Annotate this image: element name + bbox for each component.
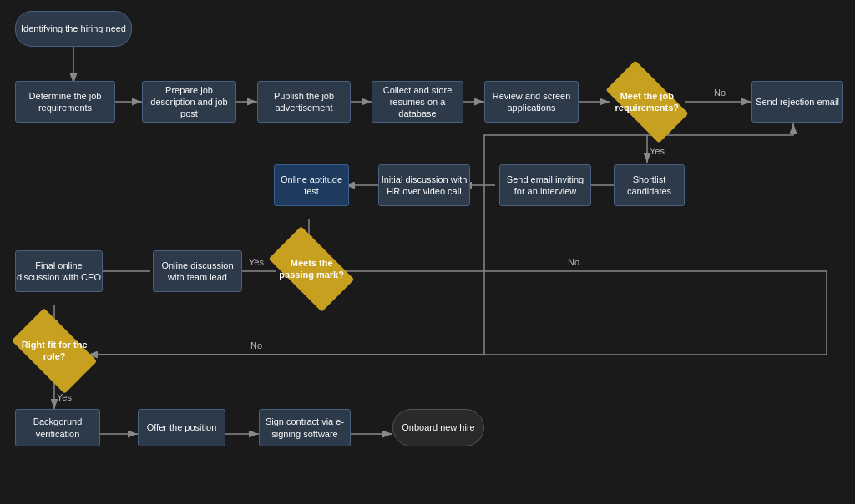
send-rejection-email: Send rejection email bbox=[751, 81, 843, 123]
meet-job-requirements-diamond: Meet the job requirements? bbox=[606, 61, 689, 144]
online-team-lead: Online discussion with team lead bbox=[153, 250, 242, 292]
review-screen-applications: Review and screen applications bbox=[484, 81, 579, 123]
svg-text:No: No bbox=[714, 88, 726, 98]
send-email-interview: Send email inviting for an interview bbox=[499, 164, 591, 206]
svg-text:No: No bbox=[568, 257, 579, 267]
svg-text:Yes: Yes bbox=[57, 392, 72, 402]
online-aptitude-test: Online aptitude test bbox=[274, 164, 349, 206]
svg-text:Yes: Yes bbox=[249, 257, 264, 267]
publish-job-advertisement: Publish the job advertisement bbox=[257, 81, 351, 123]
initial-discussion-hr: Initial discussion with HR over video ca… bbox=[378, 164, 470, 206]
final-ceo-discussion: Final online discussion with CEO bbox=[15, 250, 103, 292]
right-fit-diamond: Right fit for the role? bbox=[12, 308, 98, 394]
identifying-hiring-need: Identifying the hiring need bbox=[15, 11, 132, 47]
sign-contract: Sign contract via e-signing software bbox=[259, 409, 351, 446]
svg-text:No: No bbox=[250, 340, 262, 350]
offer-position: Offer the position bbox=[138, 409, 225, 446]
prepare-job-description: Prepare job description and job post bbox=[142, 81, 236, 123]
svg-text:Yes: Yes bbox=[650, 146, 665, 156]
determine-requirements: Determine the job requirements bbox=[15, 81, 115, 123]
shortlist-candidates: Shortlist candidates bbox=[614, 164, 685, 206]
flowchart: No Yes Yes Yes No No bbox=[0, 0, 855, 504]
collect-store-resumes: Collect and store resumes on a database bbox=[372, 81, 463, 123]
background-verification: Backgorund verification bbox=[15, 409, 100, 446]
onboard-new-hire: Onboard new hire bbox=[392, 409, 484, 446]
meets-passing-mark-diamond: Meets the passing mark? bbox=[269, 226, 355, 312]
